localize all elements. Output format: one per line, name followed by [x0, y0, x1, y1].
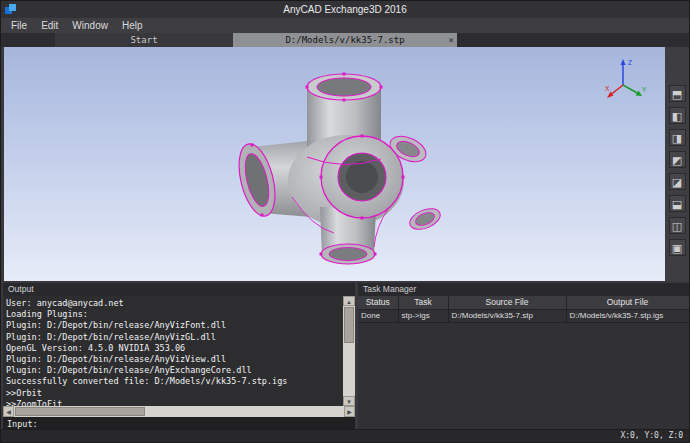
- svg-text:X: X: [605, 85, 610, 92]
- view-back-icon[interactable]: ◨: [669, 129, 686, 146]
- window-title: AnyCAD Exchange3D 2016: [1, 1, 689, 18]
- log-line: Successfully converted file: D:/Models/v…: [6, 376, 340, 387]
- scroll-up-icon[interactable]: ▲: [343, 296, 355, 306]
- tab-document[interactable]: D:/Models/v/kk35-7.stp ×: [233, 33, 457, 47]
- output-log[interactable]: User: anycad@anycad.net Loading Plugins:…: [3, 296, 343, 406]
- log-line: Plugin: D:/Depot/bin/release/AnyExchange…: [6, 365, 340, 376]
- log-line: OpenGL Version: 4.5.0 NVIDIA 353.06: [6, 343, 340, 354]
- view-bottom-icon[interactable]: ◫: [669, 217, 686, 234]
- column-source-file[interactable]: Source File: [448, 296, 566, 309]
- scroll-right-icon[interactable]: ▶: [344, 406, 355, 417]
- task-output: D:/Models/v/kk35-7.stp.igs: [566, 309, 689, 322]
- task-manager-header[interactable]: Task Manager: [358, 283, 689, 296]
- svg-text:Y: Y: [642, 86, 647, 93]
- zoom-fit-icon[interactable]: ▣: [669, 239, 686, 256]
- menu-edit[interactable]: Edit: [34, 18, 65, 33]
- log-line: Plugin: D:/Depot/bin/release/AnyVizGL.dl…: [6, 332, 340, 343]
- tab-close-icon[interactable]: ×: [449, 33, 454, 47]
- menu-window[interactable]: Window: [65, 18, 115, 33]
- task-row[interactable]: Done stp->igs D:/Models/v/kk35-7.stp D:/…: [358, 309, 689, 322]
- log-line: Loading Plugins:: [6, 309, 340, 320]
- scroll-thumb-h[interactable]: [15, 407, 145, 416]
- task-status: Done: [358, 309, 398, 322]
- view-front-icon[interactable]: ◧: [669, 107, 686, 124]
- command-input[interactable]: [42, 418, 355, 430]
- cursor-coordinates: X:0, Y:0, Z:0: [620, 430, 683, 442]
- scroll-track-h[interactable]: [14, 406, 344, 417]
- output-vertical-scrollbar[interactable]: ▲ ▼: [343, 296, 355, 406]
- view-isometric-icon[interactable]: ⬒: [669, 85, 686, 102]
- model-pipe-fitting: [4, 47, 667, 281]
- view-top-icon[interactable]: ⬓: [669, 195, 686, 212]
- tab-bar: Start D:/Models/v/kk35-7.stp ×: [1, 33, 689, 47]
- view-right-icon[interactable]: ◪: [669, 173, 686, 190]
- scroll-track[interactable]: [343, 306, 355, 396]
- column-status[interactable]: Status: [358, 296, 398, 309]
- scroll-left-icon[interactable]: ◀: [3, 406, 14, 417]
- scroll-down-icon[interactable]: ▼: [343, 396, 355, 406]
- menu-bar: File Edit Window Help: [1, 18, 689, 33]
- input-label: Input:: [3, 419, 42, 429]
- menu-help[interactable]: Help: [115, 18, 150, 33]
- app-window: AnyCAD Exchange3D 2016 File Edit Window …: [0, 0, 690, 443]
- task-table: Status Task Source File Output File Done…: [358, 296, 690, 323]
- log-line: Plugin: D:/Depot/bin/release/AnyVizFont.…: [6, 320, 340, 331]
- title-bar[interactable]: AnyCAD Exchange3D 2016: [1, 1, 689, 18]
- scroll-thumb[interactable]: [344, 307, 354, 343]
- menu-file[interactable]: File: [4, 18, 34, 33]
- tab-document-label: D:/Models/v/kk35-7.stp: [285, 35, 404, 45]
- column-task[interactable]: Task: [398, 296, 448, 309]
- status-bar: X:0, Y:0, Z:0: [1, 429, 689, 442]
- task-source: D:/Models/v/kk35-7.stp: [448, 309, 566, 322]
- column-output-file[interactable]: Output File: [566, 296, 689, 309]
- axis-triad: Z X Y: [605, 55, 649, 101]
- view-left-icon[interactable]: ◩: [669, 151, 686, 168]
- viewport-3d[interactable]: Z X Y: [4, 47, 667, 281]
- output-panel-header[interactable]: Output: [3, 283, 355, 296]
- svg-text:Z: Z: [628, 59, 632, 66]
- view-toolbar: ⬒ ◧ ◨ ◩ ◪ ⬓ ◫ ▣: [665, 47, 689, 281]
- log-line: >>Orbit: [6, 388, 340, 399]
- output-horizontal-scrollbar[interactable]: ◀ ▶: [3, 406, 355, 417]
- task-type: stp->igs: [398, 309, 448, 322]
- task-table-header-row: Status Task Source File Output File: [358, 296, 689, 309]
- log-line: Plugin: D:/Depot/bin/release/AnyVizView.…: [6, 354, 340, 365]
- output-panel: Output User: anycad@anycad.net Loading P…: [3, 283, 355, 430]
- log-line: User: anycad@anycad.net: [6, 298, 340, 309]
- log-line: >>ZoomToFit: [6, 399, 340, 406]
- tab-start[interactable]: Start: [55, 33, 233, 47]
- task-manager-panel: Task Manager Status Task Source File Out…: [358, 283, 689, 430]
